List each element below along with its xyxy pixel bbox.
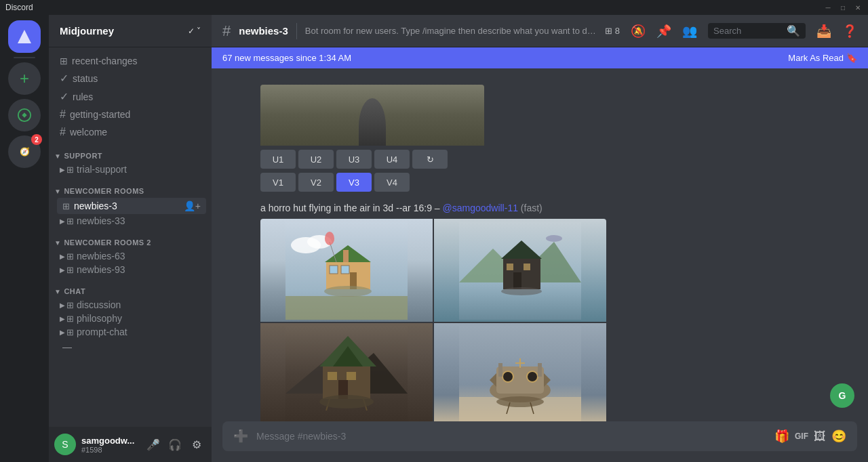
messages-area[interactable]: U1 U2 U3 U4 ↻ V1 V2 V3 V4 xyxy=(212,68,868,421)
v3-button-top[interactable]: V3 xyxy=(336,173,372,192)
group-icon: ⊞ xyxy=(66,165,74,175)
mute-button[interactable]: 🔕 xyxy=(631,24,646,39)
channel-item-welcome[interactable]: # welcome xyxy=(54,123,206,141)
category-newcomer-rooms-2[interactable]: ▼ NEWCOMER ROOMS 2 xyxy=(49,228,212,249)
u4-button-top[interactable]: U4 xyxy=(374,150,410,169)
channel-item-philosophy[interactable]: ▶ ⊞ philosophy xyxy=(57,312,206,325)
category-chevron-icon: ▼ xyxy=(54,152,61,160)
mark-as-read-button[interactable]: Mark As Read 🔖 xyxy=(788,53,857,63)
channel-item-discussion[interactable]: ▶ ⊞ discussion xyxy=(57,298,206,312)
top-button-row1: U1 U2 U3 U4 ↻ xyxy=(260,150,857,169)
app-body: + 🧭 2 Midjourney ✓ ˅ ⊞ recent-changes xyxy=(0,15,868,462)
new-messages-banner: 67 new messages since 1:34 AM Mark As Re… xyxy=(212,47,868,68)
main-content: # newbies-3 Bot room for new users. Type… xyxy=(212,15,868,462)
expand-icon: ▶ xyxy=(60,166,65,173)
server-list: + 🧭 2 xyxy=(0,15,49,462)
channel-item-newbies-3[interactable]: ⊞ newbies-3 👤+ xyxy=(57,198,206,214)
midjourney-logo-icon xyxy=(15,27,34,46)
channel-item-recent-changes[interactable]: ⊞ recent-changes xyxy=(54,53,206,69)
channel-item-newbies-93[interactable]: ▶ ⊞ newbies-93 xyxy=(57,263,206,276)
user-controls: 🎤 🎧 ⚙ xyxy=(144,435,206,454)
svg-rect-21 xyxy=(513,272,521,289)
category-chevron-icon: ▼ xyxy=(54,188,61,195)
channel-topic: Bot room for new users. Type /imagine th… xyxy=(305,26,597,36)
prompt-tag: (fast) xyxy=(521,203,542,213)
channel-name: rules xyxy=(73,91,93,102)
channel-name: status xyxy=(73,73,98,84)
headphone-button[interactable]: 🎧 xyxy=(165,435,184,454)
v1-button-top[interactable]: V1 xyxy=(260,173,296,192)
message-spacer xyxy=(222,203,250,421)
hash-icon: ✓ xyxy=(60,90,68,103)
maximize-button[interactable]: □ xyxy=(838,3,848,12)
svg-rect-30 xyxy=(347,372,356,380)
pin-button[interactable]: 📌 xyxy=(656,24,671,39)
add-server-button[interactable]: + xyxy=(8,62,41,95)
category-label: NEWCOMER ROOMS 2 xyxy=(64,238,151,247)
svg-rect-18 xyxy=(503,259,540,289)
message-input[interactable] xyxy=(256,431,766,442)
svg-point-13 xyxy=(325,232,334,245)
channel-header: # newbies-3 Bot room for new users. Type… xyxy=(212,15,868,47)
group-icon: ⊞ xyxy=(66,265,74,275)
explore-servers-button[interactable] xyxy=(8,99,41,131)
inbox-button[interactable]: 📥 xyxy=(816,24,831,39)
notification-badge: 2 xyxy=(31,134,42,145)
server-icon-midjourney[interactable] xyxy=(8,20,41,53)
gift-icon[interactable]: 🎁 xyxy=(774,429,789,444)
svg-point-36 xyxy=(319,395,374,408)
channel-item-newbies-33[interactable]: ▶ ⊞ newbies-33 xyxy=(57,214,206,228)
expand-icon: ▶ xyxy=(60,329,65,336)
member-count: 8 xyxy=(615,26,620,36)
sticker-button[interactable]: 🖼 xyxy=(814,429,826,444)
settings-button[interactable]: ⚙ xyxy=(187,435,206,454)
gif-button[interactable]: GIF xyxy=(795,432,808,441)
close-button[interactable]: ✕ xyxy=(853,3,863,12)
user-mention[interactable]: @samgoodwill-11 xyxy=(442,203,517,213)
v2-button-top[interactable]: V2 xyxy=(298,173,334,192)
u3-button-top[interactable]: U3 xyxy=(336,150,372,169)
refresh-icon: ↻ xyxy=(427,154,434,165)
floating-avatar: G xyxy=(830,383,854,408)
help-button[interactable]: ❓ xyxy=(842,24,857,39)
members-list-button[interactable]: 👥 xyxy=(682,24,697,39)
refresh-button-top[interactable]: ↻ xyxy=(412,150,448,169)
channel-item-getting-started[interactable]: # getting-started xyxy=(54,106,206,123)
emoji-button[interactable]: 😊 xyxy=(831,429,846,444)
channel-item-newbies-63[interactable]: ▶ ⊞ newbies-63 xyxy=(57,249,206,263)
channel-item-prompt-chat[interactable]: ▶ ⊞ prompt-chat xyxy=(57,325,206,339)
channel-item-more[interactable]: — xyxy=(57,339,206,355)
expand-icon: ▶ xyxy=(60,301,65,309)
channel-header-name: newbies-3 xyxy=(239,25,288,37)
channel-item-rules[interactable]: ✓ rules xyxy=(54,87,206,106)
u2-button-top[interactable]: U2 xyxy=(298,150,334,169)
category-chevron-icon: ▼ xyxy=(54,239,61,247)
second-message-group: a horro hut flying in the air in 3d --ar… xyxy=(212,200,868,421)
server-header[interactable]: Midjourney ✓ ˅ xyxy=(49,15,212,47)
user-area: S samgoodw... #1598 🎤 🎧 ⚙ xyxy=(49,427,212,462)
channel-name: prompt-chat xyxy=(77,327,127,337)
user-avatar: S xyxy=(54,434,76,455)
new-messages-text: 67 new messages since 1:34 AM xyxy=(222,53,351,63)
category-support[interactable]: ▼ SUPPORT xyxy=(49,141,212,163)
channel-name: getting-started xyxy=(70,109,131,120)
category-chat[interactable]: ▼ CHAT xyxy=(49,276,212,298)
top-image-strip: U1 U2 U3 U4 ↻ V1 V2 V3 V4 xyxy=(260,85,857,192)
channel-item-trial-support[interactable]: ▶ ⊞ trial-support xyxy=(57,163,206,176)
channel-name: philosophy xyxy=(77,313,122,324)
microphone-button[interactable]: 🎤 xyxy=(144,435,163,454)
expand-icon: ▶ xyxy=(60,253,65,260)
add-content-button[interactable]: ➕ xyxy=(233,429,248,444)
search-box[interactable]: 🔍 xyxy=(708,23,806,39)
minimize-button[interactable]: ─ xyxy=(823,3,833,12)
svg-point-41 xyxy=(502,371,513,382)
search-input[interactable] xyxy=(713,26,784,36)
members-button[interactable]: ⊞ 8 xyxy=(605,26,620,36)
app-title: Discord xyxy=(5,3,33,12)
channel-item-status[interactable]: ✓ status xyxy=(54,69,206,87)
members-icon: ⊞ xyxy=(605,26,612,36)
server-icon-other[interactable]: 🧭 2 xyxy=(8,135,41,168)
category-newcomer-rooms[interactable]: ▼ NEWCOMER ROOMS xyxy=(49,176,212,198)
u1-button-top[interactable]: U1 xyxy=(260,150,296,169)
v4-button-top[interactable]: V4 xyxy=(374,173,410,192)
